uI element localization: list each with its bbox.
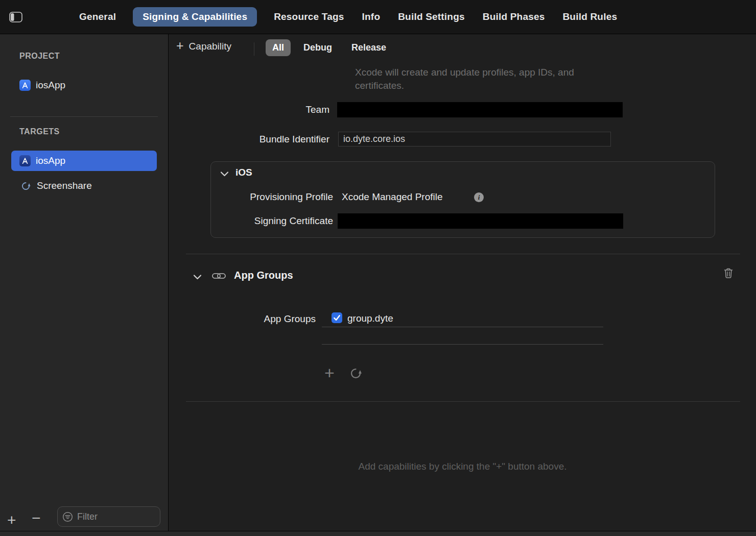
target-item-screenshare[interactable]: Screenshare [20,178,92,194]
bundle-identifier-label: Bundle Identifier [169,132,329,147]
signing-certificate-redacted[interactable] [338,213,623,229]
list-row-divider [322,344,603,345]
section-divider [186,401,740,402]
project-section-header: PROJECT [19,52,60,61]
remove-target-button[interactable]: − [32,510,41,526]
bundle-identifier-field[interactable] [338,132,611,147]
checkmark-icon [332,313,342,323]
target-item-label: Screenshare [37,180,92,191]
app-groups-section-title: App Groups [234,270,293,281]
editor-tab-bar: General Signing & Capabilities Resource … [0,0,756,34]
section-divider [186,254,740,254]
add-app-group-button[interactable]: + [324,364,335,381]
app-group-name: group.dyte [347,313,393,324]
provisioning-profile-label: Provisioning Profile [211,189,333,205]
target-app-icon [19,155,31,166]
window-bottom-bar [0,531,756,536]
signing-certificate-label: Signing Certificate [211,213,333,229]
filter-input[interactable] [77,511,160,522]
segment-all[interactable]: All [266,39,291,56]
ios-signing-section: iOS Provisioning Profile Xcode Managed P… [210,161,715,238]
ios-section-title: iOS [235,167,252,178]
project-item-iosapp[interactable]: iosApp [19,78,65,92]
target-item-iosapp[interactable]: iosApp [11,151,157,171]
app-group-checkbox-checked[interactable] [332,312,342,323]
plus-icon: + [176,39,184,52]
add-target-button[interactable]: + [7,513,16,528]
refresh-app-groups-button[interactable] [349,367,363,382]
sidebar-toggle-icon [9,12,22,22]
tab-resource-tags[interactable]: Resource Tags [273,7,345,27]
add-capability-button[interactable]: + Capability [176,40,231,52]
toolbar-divider [254,42,254,56]
filter-icon [62,511,73,522]
chevron-down-icon[interactable] [193,273,202,282]
sidebar-toggle-button[interactable] [9,11,23,23]
tab-build-settings[interactable]: Build Settings [397,7,466,27]
list-row-divider [322,327,603,327]
add-capability-label: Capability [189,41,231,52]
targets-section-header: TARGETS [19,127,60,136]
signing-description: Xcode will create and update profiles, a… [355,66,613,92]
segment-debug[interactable]: Debug [297,39,339,56]
chevron-down-icon[interactable] [220,169,229,179]
trash-icon[interactable] [723,267,734,281]
app-groups-label: App Groups [169,313,316,325]
tab-build-rules[interactable]: Build Rules [561,7,618,27]
tab-general[interactable]: General [78,7,117,27]
segment-release[interactable]: Release [345,39,393,56]
app-groups-capability-icon [212,272,226,282]
tab-signing-capabilities[interactable]: Signing & Capabilities [133,7,257,27]
tab-info[interactable]: Info [361,7,382,27]
team-label: Team [169,102,329,117]
project-app-icon [19,80,31,91]
capabilities-hint-text: Add capabilities by clicking the "+" but… [169,461,756,472]
team-value-redacted[interactable] [337,102,623,117]
info-icon[interactable] [474,192,484,202]
target-item-label: iosApp [36,155,65,166]
signing-capabilities-pane: + Capability All Debug Release Xcode wil… [169,34,756,531]
provisioning-profile-value[interactable]: Xcode Managed Profile [342,189,443,205]
refresh-icon [349,367,363,380]
sidebar-divider [10,116,158,117]
tab-strip: General Signing & Capabilities Resource … [78,7,618,27]
screenshare-target-icon [20,181,31,191]
tab-build-phases[interactable]: Build Phases [482,7,546,27]
project-item-label: iosApp [36,80,65,91]
project-navigator-sidebar: PROJECT iosApp TARGETS iosApp Screenshar… [0,34,169,531]
configuration-segmented-control: All Debug Release [266,39,393,56]
filter-field[interactable] [57,506,160,527]
